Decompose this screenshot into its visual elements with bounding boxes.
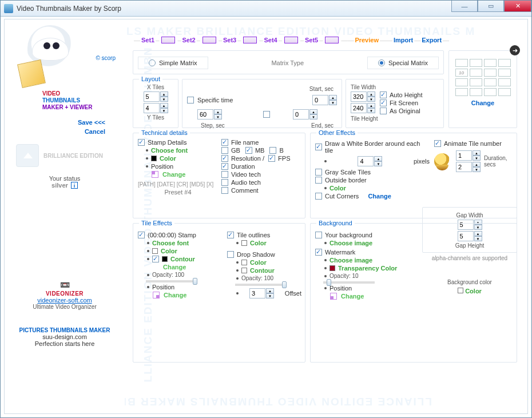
fps-checkbox[interactable]: [268, 155, 275, 162]
comment-checkbox[interactable]: [221, 187, 228, 194]
audio-tech-checkbox[interactable]: [221, 179, 228, 186]
bg-color-button[interactable]: Color: [465, 288, 482, 294]
videonizer-link[interactable]: videonizer-soft.com: [10, 297, 119, 304]
tab-import[interactable]: Import: [394, 37, 413, 43]
close-button[interactable]: ✕: [504, 1, 531, 12]
link-start-end-checkbox[interactable]: [263, 111, 270, 118]
anim-duration-input[interactable]: [456, 162, 472, 172]
wm-opacity-slider[interactable]: [323, 281, 375, 284]
xtiles-up[interactable]: ▲: [160, 91, 168, 97]
tile-height-input[interactable]: [351, 103, 367, 113]
maximize-button[interactable]: ▭: [478, 1, 504, 12]
td-choose-font-button[interactable]: Choose font: [151, 147, 188, 154]
specific-time-checkbox[interactable]: [187, 97, 194, 103]
shadow-color-swatch[interactable]: [241, 260, 247, 265]
td-color-button[interactable]: Color: [160, 155, 176, 162]
tfx-contour-button[interactable]: Contour: [170, 256, 195, 262]
special-matrix-radio[interactable]: Special Matrix: [367, 57, 439, 69]
tab-set3-icon[interactable]: [243, 37, 257, 43]
wm-choose-image-button[interactable]: Choose image: [329, 257, 372, 264]
animate-tile-checkbox[interactable]: [434, 140, 441, 147]
tfx-opacity-slider[interactable]: [146, 280, 197, 282]
cancel-button[interactable]: Cancel: [85, 128, 105, 135]
shadow-color-button[interactable]: Color: [250, 259, 267, 266]
tfx-color-button[interactable]: Color: [161, 248, 177, 254]
edition-icon[interactable]: [16, 144, 39, 167]
fit-screen-checkbox[interactable]: [380, 99, 387, 106]
suudesign-link[interactable]: suu-design.com: [10, 333, 119, 340]
mb-checkbox[interactable]: [245, 147, 252, 154]
grayscale-checkbox[interactable]: [315, 169, 322, 176]
tab-export[interactable]: Export: [422, 37, 442, 43]
outline-color-button[interactable]: Color: [250, 240, 267, 246]
honey-pot-icon: [434, 153, 450, 169]
your-background-checkbox[interactable]: [315, 232, 322, 238]
shadow-offset-input[interactable]: [249, 288, 265, 298]
gb-checkbox[interactable]: [221, 147, 228, 154]
white-border-checkbox[interactable]: [315, 144, 322, 150]
tab-preview[interactable]: Preview: [355, 37, 379, 43]
resolution-checkbox[interactable]: [221, 155, 228, 162]
tfx-color-swatch[interactable]: [152, 248, 158, 254]
stamp-details-checkbox[interactable]: [138, 139, 145, 146]
tfx-choose-font-button[interactable]: Choose font: [152, 240, 189, 246]
tab-set2[interactable]: Set2: [182, 37, 196, 43]
xtiles-input[interactable]: [144, 91, 160, 102]
tfx-contour-swatch[interactable]: [162, 256, 168, 262]
shadow-opacity-slider[interactable]: [235, 284, 287, 286]
tab-set2-icon[interactable]: [203, 37, 216, 43]
tfx-position-change-button[interactable]: Change: [164, 292, 186, 298]
td-position-change-button[interactable]: Change: [162, 171, 185, 178]
ytiles-down[interactable]: ▼: [160, 108, 168, 113]
ytiles-input[interactable]: [144, 103, 160, 113]
simple-matrix-radio[interactable]: Simple Matrix: [138, 57, 208, 69]
filename-checkbox[interactable]: [221, 139, 228, 146]
start-sec-input[interactable]: [312, 95, 328, 105]
tab-set3[interactable]: Set3: [223, 37, 236, 43]
as-original-checkbox[interactable]: [380, 108, 387, 114]
tab-set1-icon[interactable]: [161, 37, 175, 43]
tile-size-group: Tile Width ▲▼ ▲▼ Auto Height Fit Screen …: [346, 79, 444, 128]
timestamp-checkbox[interactable]: [138, 232, 145, 238]
xtiles-down[interactable]: ▼: [160, 97, 168, 102]
transparency-color-swatch[interactable]: [329, 265, 335, 271]
shadow-contour-button[interactable]: Contour: [250, 267, 275, 274]
tile-outlines-checkbox[interactable]: [227, 232, 234, 238]
anim-count-input[interactable]: [456, 150, 472, 161]
tab-set5[interactable]: Set5: [305, 37, 318, 43]
minimize-button[interactable]: —: [451, 1, 478, 12]
tfx-contour-checkbox[interactable]: [152, 256, 159, 262]
duration-checkbox[interactable]: [221, 163, 228, 170]
cut-corners-checkbox[interactable]: [315, 193, 322, 200]
td-color-swatch[interactable]: [151, 156, 157, 161]
tfx-contour-change-button[interactable]: Change: [163, 264, 186, 270]
shadow-contour-swatch[interactable]: [241, 268, 247, 273]
tab-set4[interactable]: Set4: [264, 37, 277, 43]
tab-set4-icon[interactable]: [284, 37, 298, 43]
ytiles-up[interactable]: ▲: [160, 103, 168, 108]
watermark-checkbox[interactable]: [315, 249, 322, 256]
border-pixels-input[interactable]: [358, 156, 374, 166]
preview-change-button[interactable]: Change: [454, 99, 512, 106]
wm-position-change-button[interactable]: Change: [341, 293, 364, 300]
outside-border-color-button[interactable]: Color: [329, 185, 346, 192]
auto-height-checkbox[interactable]: [380, 91, 387, 98]
outline-color-swatch[interactable]: [241, 240, 247, 246]
tab-set1[interactable]: Set1: [141, 37, 154, 43]
outside-border-checkbox[interactable]: [315, 177, 322, 184]
cut-corners-change-button[interactable]: Change: [368, 193, 391, 200]
other-effects-group: Other Effects Draw a White Border around…: [310, 133, 517, 218]
end-sec-input[interactable]: [293, 109, 309, 120]
transparency-color-button[interactable]: Transparency Color: [338, 265, 397, 272]
tab-set5-icon[interactable]: [325, 37, 339, 43]
preview-next-button[interactable]: ➜: [510, 45, 520, 55]
save-button[interactable]: Save <<<: [78, 119, 105, 126]
b-checkbox[interactable]: [269, 147, 276, 154]
bg-choose-image-button[interactable]: Choose image: [329, 240, 372, 246]
step-sec-input[interactable]: [197, 109, 213, 120]
bg-color-swatch[interactable]: [458, 288, 463, 293]
video-tech-checkbox[interactable]: [221, 171, 228, 178]
status-info-button[interactable]: i: [71, 182, 78, 189]
tile-width-input[interactable]: [351, 91, 367, 102]
drop-shadow-checkbox[interactable]: [227, 251, 234, 258]
